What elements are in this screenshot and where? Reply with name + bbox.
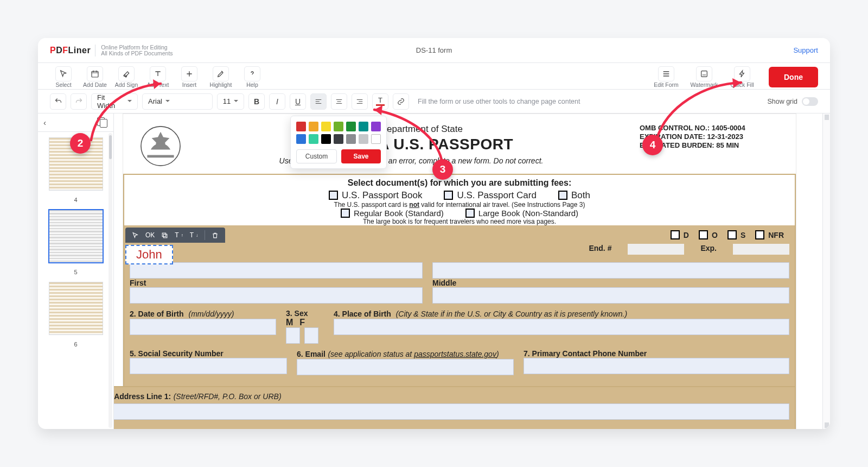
checkbox[interactable] xyxy=(465,209,475,218)
sex-f-field[interactable] xyxy=(304,327,318,344)
toolbar-format: Fit Width Arial 11 B I U T Fill the form… xyxy=(38,90,830,113)
color-swatch[interactable] xyxy=(346,134,356,144)
help-icon xyxy=(244,66,260,81)
color-swatch[interactable] xyxy=(334,134,343,144)
color-swatch[interactable] xyxy=(309,134,318,144)
support-link[interactable]: Support xyxy=(793,46,818,54)
checkbox[interactable] xyxy=(558,191,567,200)
checkbox[interactable] xyxy=(444,191,453,200)
custom-color-button[interactable]: Custom xyxy=(296,149,337,163)
edit-ok[interactable]: OK xyxy=(145,231,155,239)
edit-smaller-icon[interactable]: T↓ xyxy=(190,231,198,239)
color-swatch[interactable] xyxy=(309,122,318,131)
tool-highlight[interactable]: Highlight xyxy=(207,66,234,88)
signature-icon xyxy=(118,66,135,81)
middle-name-field[interactable] xyxy=(432,262,789,279)
color-swatch[interactable] xyxy=(371,134,381,144)
color-swatch[interactable] xyxy=(296,134,306,144)
tool-help[interactable]: Help xyxy=(239,66,266,88)
color-swatch[interactable] xyxy=(346,122,356,131)
tool-select[interactable]: Select xyxy=(50,66,77,88)
plus-icon xyxy=(181,66,197,81)
document-title: DS-11 form xyxy=(38,46,830,54)
document-canvas: Custom Save U.S. Department of Sta xyxy=(114,113,830,429)
align-center-button[interactable] xyxy=(331,93,347,110)
color-swatch[interactable] xyxy=(371,122,381,131)
color-swatch[interactable] xyxy=(321,122,331,131)
checkbox[interactable] xyxy=(329,191,338,200)
phone-field[interactable] xyxy=(524,358,789,374)
checkbox[interactable] xyxy=(341,209,350,218)
color-swatch[interactable] xyxy=(321,134,331,144)
font-select[interactable]: Arial xyxy=(142,93,213,110)
text-input-box[interactable]: John xyxy=(125,245,173,264)
pob-field[interactable] xyxy=(334,319,789,335)
page-sidebar: ‹ 4 5 6 xyxy=(38,113,114,429)
edit-delete-icon[interactable] xyxy=(212,232,219,239)
middle-name-field-2[interactable] xyxy=(432,287,789,304)
pages-icon[interactable] xyxy=(97,117,108,128)
form-icon xyxy=(658,66,674,81)
tool-add-sign[interactable]: Add Sign xyxy=(113,66,140,88)
color-swatches xyxy=(296,122,381,144)
fine-text: The U.S. passport card is not valid for … xyxy=(124,201,795,209)
doc-type-checks: U.S. Passport Book U.S. Passport Card Bo… xyxy=(124,190,795,201)
tool-add-text[interactable]: Add Text xyxy=(144,66,171,88)
checkbox[interactable] xyxy=(727,230,737,239)
tool-add-date[interactable]: Add Date xyxy=(81,66,108,88)
us-seal-icon xyxy=(138,124,183,168)
sidebar-collapse[interactable]: ‹ xyxy=(43,118,46,127)
color-popover: Custom Save xyxy=(290,116,387,169)
edit-copy-icon[interactable] xyxy=(161,232,168,239)
ssn-field[interactable] xyxy=(130,358,287,374)
save-color-button[interactable]: Save xyxy=(341,149,381,163)
dob-field[interactable] xyxy=(130,319,276,335)
first-name-field[interactable] xyxy=(130,262,423,279)
align-left-button[interactable] xyxy=(310,93,327,110)
thumbnail-list[interactable]: 4 5 6 xyxy=(38,132,113,429)
first-name-field-2[interactable] xyxy=(130,287,423,304)
show-grid-toggle[interactable]: Show grid xyxy=(767,97,818,106)
zoom-select[interactable]: Fit Width xyxy=(91,93,138,110)
edit-bigger-icon[interactable]: T↑ xyxy=(175,231,183,239)
svg-rect-0 xyxy=(92,71,98,77)
tool-insert[interactable]: Insert xyxy=(176,66,203,88)
email-field[interactable] xyxy=(297,359,514,375)
color-swatch[interactable] xyxy=(296,122,306,131)
underline-button[interactable]: U xyxy=(290,93,306,110)
tool-edit-form[interactable]: Edit Form xyxy=(649,66,683,88)
checkbox[interactable] xyxy=(755,230,764,239)
edit-select-icon[interactable] xyxy=(132,232,139,239)
italic-button[interactable]: I xyxy=(269,93,285,110)
tool-watermark[interactable]: Watermark xyxy=(687,66,721,88)
end-number-field[interactable] xyxy=(628,244,684,255)
font-size-select[interactable]: 11 xyxy=(217,93,244,110)
cursor-icon xyxy=(55,66,72,81)
thumb-label: 6 xyxy=(43,338,108,354)
format-hint: Fill the form or use other tools to chan… xyxy=(418,98,580,105)
undo-button[interactable] xyxy=(50,93,66,110)
done-button[interactable]: Done xyxy=(769,67,818,87)
align-right-button[interactable] xyxy=(352,93,368,110)
sidebar-scrollbar[interactable] xyxy=(108,133,112,428)
exp-field[interactable] xyxy=(733,244,789,255)
color-swatch[interactable] xyxy=(334,122,343,131)
text-color-button[interactable]: T xyxy=(372,93,388,110)
callout-3: 3 xyxy=(432,159,453,180)
page-thumbnail[interactable] xyxy=(49,210,103,263)
page-viewport[interactable]: Custom Save U.S. Department of Sta xyxy=(114,113,822,429)
bold-button[interactable]: B xyxy=(248,93,265,110)
tool-quick-fill[interactable]: Quick Fill xyxy=(725,66,759,88)
redo-button[interactable] xyxy=(71,93,87,110)
color-swatch[interactable] xyxy=(359,122,368,131)
sex-m-field[interactable] xyxy=(286,327,300,344)
mailing-address-field[interactable] xyxy=(114,403,789,420)
color-swatch[interactable] xyxy=(359,134,368,144)
page-thumbnail[interactable] xyxy=(49,282,103,335)
checkbox[interactable] xyxy=(671,230,680,239)
canvas-scrollbar[interactable] xyxy=(822,113,830,429)
checkbox[interactable] xyxy=(699,230,708,239)
watermark-icon xyxy=(696,66,712,81)
link-button[interactable] xyxy=(393,93,409,110)
toolbar-left-group: Select Add Date Add Sign Add Text xyxy=(50,66,266,88)
